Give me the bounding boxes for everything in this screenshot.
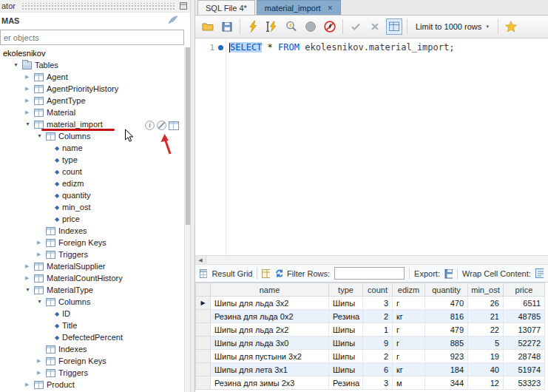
close-tab-icon[interactable]: × (328, 4, 333, 12)
cell[interactable]: 1 (363, 323, 393, 337)
chevron-down-icon[interactable]: ▼ (13, 59, 22, 71)
cell[interactable]: Шипы (329, 363, 363, 376)
cell[interactable]: 6 (363, 363, 393, 376)
row-selector[interactable] (196, 337, 211, 350)
explain-button[interactable] (283, 18, 300, 35)
cell[interactable]: 470 (425, 297, 468, 310)
column-header[interactable]: edizm (393, 283, 425, 297)
tree-item-column-quantity[interactable]: ◆quantity (0, 189, 184, 201)
tree-item-product[interactable]: ▶Product (0, 379, 184, 391)
cell[interactable]: г (393, 323, 425, 337)
row-selector[interactable] (196, 310, 211, 323)
execute-current-button[interactable] (264, 18, 280, 35)
chevron-down-icon[interactable]: ▼ (25, 284, 34, 296)
cell[interactable]: 21 (468, 310, 504, 323)
scroll-left-icon[interactable]: ◀ (195, 256, 206, 264)
cell[interactable]: 3 (363, 297, 393, 310)
open-table-data-icon[interactable] (169, 121, 179, 130)
row-selector[interactable] (196, 323, 211, 337)
tree-item-agenttype[interactable]: ▶AgentType (0, 95, 184, 107)
tab-sql-file-4[interactable]: SQL File 4* (197, 0, 255, 15)
cell[interactable]: 52272 (504, 337, 545, 350)
cell[interactable]: м (393, 376, 425, 390)
cell[interactable]: г (393, 297, 425, 310)
chevron-right-icon[interactable]: ▶ (37, 367, 46, 379)
column-header[interactable]: quantity (425, 283, 468, 297)
rollback-button[interactable] (367, 18, 383, 35)
cell[interactable]: 22 (468, 323, 504, 337)
cell[interactable]: 923 (425, 350, 468, 363)
chevron-right-icon[interactable]: ▶ (25, 379, 34, 391)
filter-rows-input[interactable] (334, 267, 405, 280)
tree-item-triggers-materialtype[interactable]: ▶Triggers (0, 367, 184, 379)
tree-item-column-edizm[interactable]: ◆edizm (0, 178, 184, 189)
cell[interactable]: Резина для зимы 2x3 (211, 376, 329, 390)
beautify-button[interactable] (503, 18, 519, 35)
column-header[interactable]: name (211, 283, 329, 297)
cell[interactable]: 479 (425, 323, 468, 337)
chevron-right-icon[interactable]: ▶ (25, 107, 34, 118)
filter-objects-input[interactable] (0, 30, 184, 45)
cell[interactable]: 48785 (504, 310, 545, 323)
cell[interactable]: Резина (329, 310, 363, 323)
cell[interactable]: Шипы для лета 3x1 (211, 363, 329, 376)
tree-item-material[interactable]: ▶Material (0, 107, 184, 118)
tree-item-column-price[interactable]: ◆price (0, 213, 184, 225)
export-icon[interactable] (444, 268, 453, 279)
cell[interactable]: Шипы для льда 2x2 (211, 323, 329, 337)
tree-item-indexes-materialtype[interactable]: Indexes (0, 343, 184, 355)
tab-material-import[interactable]: material_import × (257, 0, 341, 15)
cell[interactable]: Шипы для льда 3x0 (211, 337, 329, 350)
refresh-icon[interactable] (274, 268, 283, 278)
tree-item-agentpriorityhistory[interactable]: ▶AgentPriorityHistory (0, 83, 184, 95)
tree-item-indexes[interactable]: Indexes (0, 225, 184, 237)
tree-item-column-id[interactable]: ◆ID (0, 308, 184, 320)
cell[interactable]: г (393, 350, 425, 363)
chevron-right-icon[interactable]: ▶ (25, 272, 34, 284)
cell[interactable]: Резина для льда 0x2 (211, 310, 329, 323)
dock-icon[interactable] (180, 2, 187, 10)
tree-item-foreign-keys-materialtype[interactable]: ▶Foreign Keys (0, 355, 184, 367)
cell[interactable]: 51974 (504, 363, 545, 376)
save-button[interactable] (219, 18, 235, 35)
cell[interactable]: Резина (329, 376, 363, 390)
table-row[interactable]: Шипы для пустыни 3x2 Шипы 2 г 923 19 287… (196, 350, 545, 363)
column-header[interactable]: count (363, 283, 393, 297)
cell[interactable]: Шипы для пустыни 3x2 (211, 350, 329, 363)
cell[interactable]: Шипы (329, 297, 363, 310)
cell[interactable]: 9 (363, 337, 393, 350)
cell[interactable]: 19 (468, 350, 504, 363)
panel-grip[interactable] (21, 3, 175, 10)
open-file-button[interactable] (200, 18, 216, 35)
tree-item-column-title[interactable]: ◆Title (0, 320, 184, 331)
row-selector-header[interactable] (196, 283, 211, 297)
tree-item-materialtype[interactable]: ▼MaterialType (0, 284, 184, 296)
sql-code-editor[interactable]: 1 SELECT * FROM ekolesnikov.material_imp… (195, 38, 548, 255)
chevron-right-icon[interactable]: ▶ (37, 237, 46, 249)
tree-item-column-defectedpercent[interactable]: ◆DefectedPercent (0, 331, 184, 343)
tree-item-columns-materialtype[interactable]: ▼Columns (0, 296, 184, 308)
tree-item-agent[interactable]: ▶Agent (0, 71, 184, 83)
row-selector[interactable] (196, 350, 211, 363)
tree-item-materialsupplier[interactable]: ▶MaterialSupplier (0, 260, 184, 272)
table-row[interactable]: Шипы для льда 2x2 Шипы 1 г 479 22 13077 (196, 323, 545, 337)
limit-rows-dropdown[interactable]: Limit to 1000 rows ▼ (412, 21, 493, 33)
cell[interactable]: 28748 (504, 350, 545, 363)
tree-item-schema-ekolesnikov[interactable]: ekolesnikov (0, 47, 184, 59)
chevron-down-icon[interactable]: ▼ (37, 130, 46, 142)
table-row[interactable]: Шипы для лета 3x1 Шипы 6 кг 184 40 51974 (196, 363, 545, 376)
chevron-down-icon[interactable]: ▼ (37, 296, 46, 308)
cell[interactable]: 53323 (504, 376, 545, 390)
cell[interactable]: кг (393, 363, 425, 376)
cell[interactable]: кг (393, 310, 425, 323)
cell[interactable]: 40 (468, 363, 504, 376)
tree-item-column-count[interactable]: ◆count (0, 166, 184, 178)
table-row[interactable]: Резина для зимы 2x3 Резина 3 м 344 12 53… (196, 376, 545, 390)
refresh-schemas-icon[interactable] (168, 16, 178, 26)
cell[interactable]: 5 (468, 337, 504, 350)
row-selector[interactable]: ▶ (196, 297, 211, 310)
stop-on-error-toggle[interactable] (322, 18, 338, 35)
chevron-right-icon[interactable]: ▶ (25, 260, 34, 272)
cell[interactable]: Шипы для льда 3x2 (211, 297, 329, 310)
chevron-right-icon[interactable]: ▶ (25, 95, 34, 107)
